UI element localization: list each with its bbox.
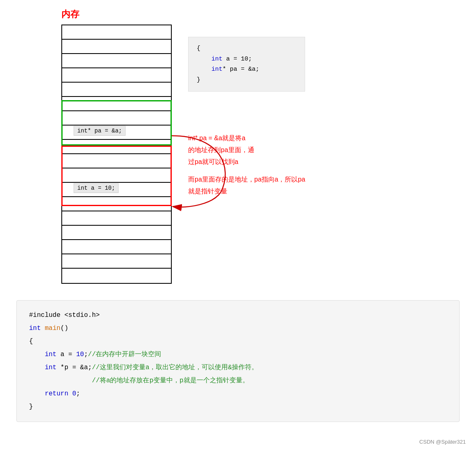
footer-credit: CSDN @Später321 bbox=[419, 439, 466, 445]
bcode-line-2: int main() bbox=[29, 322, 447, 335]
a-label: int a = 10; bbox=[74, 183, 119, 193]
page-title: 内存 bbox=[61, 8, 468, 20]
bcode-line-7: return 0; bbox=[29, 387, 447, 400]
bcode-line-1: #include <stdio.h> bbox=[29, 309, 447, 322]
bcode-line-5: int *p = &a;//这里我们对变量a，取出它的地址，可以使用&操作符。 bbox=[29, 361, 447, 374]
code-line-3: int* pa = &a; bbox=[197, 64, 296, 75]
code-snippet-top: { int a = 10; int* pa = &a; } bbox=[188, 37, 305, 92]
explanation-2: 而pa里面存的是地址，pa指向a，所以pa就是指针变量 bbox=[188, 174, 305, 197]
code-line-1: { bbox=[197, 43, 296, 54]
bcode-line-4: int a = 10;//在内存中开辟一块空间 bbox=[29, 348, 447, 361]
code-line-4: } bbox=[197, 75, 296, 85]
bcode-line-8: } bbox=[29, 400, 447, 413]
pa-label: int* pa = &a; bbox=[74, 126, 126, 136]
explanation-1: int* pa = &a就是将a的地址存到pa里面，通过pa就可以找到a bbox=[188, 132, 305, 168]
bcode-line-3: { bbox=[29, 335, 447, 348]
memory-diagram: int* pa = &a; int a = 10; bbox=[61, 25, 172, 284]
code-line-2: int a = 10; bbox=[197, 54, 296, 65]
bcode-line-6: //将a的地址存放在p变量中，p就是一个之指针变量。 bbox=[29, 374, 447, 387]
bottom-code-block: #include <stdio.h> int main() { int a = … bbox=[16, 300, 460, 422]
